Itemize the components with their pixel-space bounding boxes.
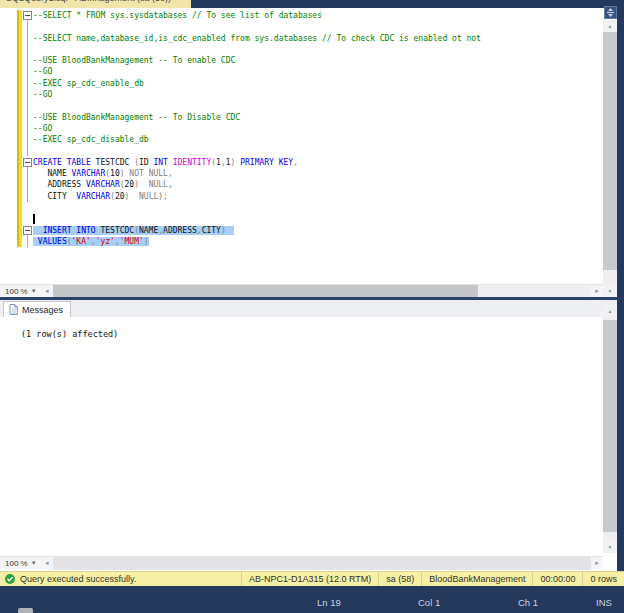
code-token: --GO [33,124,52,133]
scroll-left-icon[interactable]: ◂ [41,559,53,567]
code-line[interactable]: NAME VARCHAR(10) NOT NULL, [33,168,481,179]
scroll-up-icon[interactable]: ▲ [603,20,617,32]
code-token: NOT NULL [125,169,168,178]
code-token: INSERT INTO [33,226,96,235]
editor-zoom-control[interactable]: 100 % ▼ [0,287,41,296]
editor-zoom-value: 100 % [5,287,28,296]
code-token: --GO [33,67,52,76]
code-token: NAME [139,226,158,235]
close-icon[interactable]: ✕ [178,0,185,2]
code-line[interactable]: --USE BloodBankManagement -- To Disable … [33,112,481,123]
window-fragment [18,608,33,613]
code-line[interactable]: VALUES('KA','yz','MUM') [33,236,481,247]
code-line[interactable] [33,213,481,224]
cursor-char-indicator: Ch 1 [518,597,538,608]
sql-editor[interactable]: --SELECT * FROM sys.sysdatabases // To s… [0,8,624,297]
scroll-right-icon[interactable]: ▸ [591,559,603,567]
editor-hscroll-thumb[interactable] [53,285,478,298]
code-line[interactable]: --EXEC sp_cdc_disable_db [33,134,481,145]
selected-text: VALUES('KA','yz','MUM') [33,237,149,246]
code-line[interactable] [33,146,481,157]
code-line[interactable]: --USE BloodBankManagement -- To enable C… [33,55,481,66]
code-line[interactable] [33,44,481,55]
code-line[interactable]: --SELECT name,database_id,is_cdc_enabled… [33,33,481,44]
code-line[interactable] [33,202,481,213]
code-line[interactable] [33,21,481,32]
code-line[interactable]: --GO [33,66,481,77]
messages-hscroll-thumb[interactable] [53,557,591,570]
code-token: CITY [33,192,72,201]
code-token: 'KA' [72,237,91,246]
messages-zoom-value: 100 % [5,559,28,568]
messages-output[interactable]: (1 row(s) affected) [0,317,603,553]
tab-messages[interactable]: Messages [3,301,71,317]
scroll-right-icon[interactable]: ▸ [591,287,603,295]
document-tab-strip: SQLQuery1.sql - AB...nagement (sa (58)) … [0,0,624,8]
editor-hscroll-track[interactable] [53,285,591,298]
results-tab-strip: Messages [0,300,617,317]
code-token: --GO [33,90,52,99]
code-token: ADDRESS [163,226,197,235]
fold-toggle-icon[interactable] [23,11,32,20]
code-line[interactable]: --SELECT * FROM sys.sysdatabases // To s… [33,10,481,21]
scroll-down-icon[interactable]: ▼ [603,541,617,553]
outline-guide-line [27,167,28,202]
messages-pane: Messages (1 row(s) affected) ▲ ▼ 100 % ▼… [0,300,624,571]
query-status-details: AB-NPC1-D1A315 (12.0 RTM) sa (58) BloodB… [241,572,624,586]
scroll-left-icon[interactable]: ◂ [41,287,53,295]
code-line[interactable]: CITY VARCHAR(20) NULL); [33,191,481,202]
code-line-text: --SELECT name,database_id,is_cdc_enabled… [33,34,481,43]
code-token: , [168,169,173,178]
code-token: ) [221,226,226,235]
code-line[interactable]: INSERT INTO TESTCDC(NAME,ADDRESS,CITY) [33,225,481,236]
code-line-text: --USE BloodBankManagement -- To Disable … [33,113,240,122]
scroll-up-icon[interactable]: ▲ [603,305,617,317]
split-icon [606,8,615,17]
editor-bottom-bar: 100 % ▼ ◂ ▸ [0,284,603,297]
messages-vscroll-thumb[interactable] [603,320,617,532]
split-editor-button[interactable] [604,6,617,19]
code-token: ) [144,237,149,246]
document-tab[interactable]: SQLQuery1.sql - AB...nagement (sa (58)) … [0,0,191,8]
code-token: 'MUM' [120,237,144,246]
code-line[interactable]: --GO [33,89,481,100]
scroll-down-icon[interactable]: ▼ [603,284,617,297]
code-token: --EXEC sp_cdc_enable_db [33,79,144,88]
fold-toggle-icon[interactable] [23,158,32,167]
dropdown-icon: ▼ [31,288,37,294]
outline-guide-line [27,235,28,247]
code-line[interactable]: CREATE TABLE TESTCDC (ID INT IDENTITY(1,… [33,157,481,168]
code-area[interactable]: --SELECT * FROM sys.sysdatabases // To s… [33,10,481,247]
code-line[interactable] [33,100,481,111]
fold-toggle-icon[interactable] [23,226,32,235]
editor-vscroll-thumb[interactable] [603,32,617,270]
code-line[interactable]: --GO [33,123,481,134]
login-user: sa (58) [378,572,421,586]
document-tab-title: SQLQuery1.sql - AB...nagement (sa (58)) [6,0,174,3]
code-token: 10 [110,169,120,178]
cursor-column-indicator: Col 1 [418,597,440,608]
code-token: 20 [115,192,125,201]
messages-zoom-control[interactable]: 100 % ▼ [0,559,41,568]
code-line[interactable]: ADDRESS VARCHAR(20) NULL, [33,179,481,190]
tab-messages-label: Messages [22,305,63,315]
code-token: ID [139,158,149,167]
code-token: --EXEC sp_cdc_disable_db [33,135,149,144]
code-line-text: --USE BloodBankManagement -- To enable C… [33,56,235,65]
code-line-text: CITY VARCHAR(20) NULL); [33,192,168,201]
code-line-text: --EXEC sp_cdc_enable_db [33,79,144,88]
code-token: VARCHAR [67,169,106,178]
code-token: CREATE TABLE [33,158,91,167]
code-token: , [168,180,173,189]
messages-hscroll-track[interactable] [53,557,591,570]
track-changes-bar [17,10,22,247]
success-check-icon [5,574,15,584]
code-token: ADDRESS [33,180,81,189]
message-document-icon [9,304,18,315]
code-token: NULL [139,180,168,189]
code-token: 'yz' [96,237,115,246]
code-token: --SELECT * FROM sys.sysdatabases // To s… [33,11,322,20]
code-token: NULL [129,192,158,201]
code-line[interactable]: --EXEC sp_cdc_enable_db [33,78,481,89]
code-token: NAME [33,169,67,178]
